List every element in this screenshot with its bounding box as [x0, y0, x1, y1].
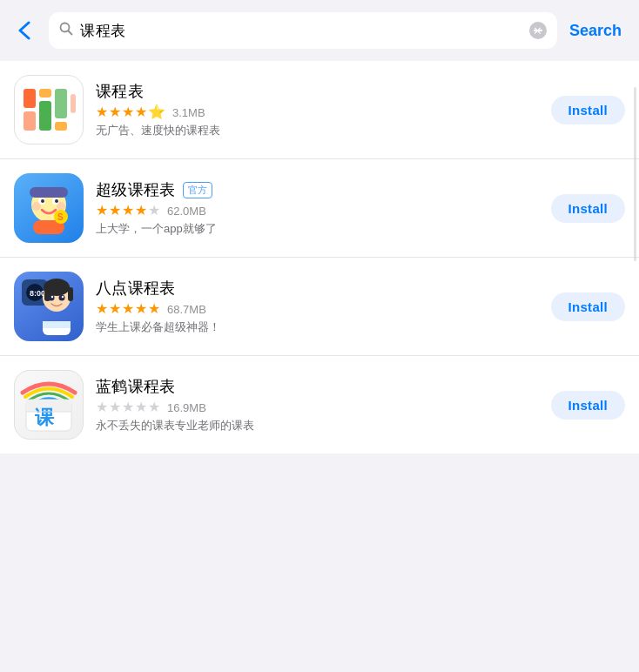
star-1: ★: [96, 302, 108, 316]
svg-point-28: [59, 295, 65, 301]
star-1: ★: [96, 204, 108, 218]
app-info: 八点课程表 ★ ★ ★ ★ ★ 68.7MB 学生上课必备超级神器！: [96, 278, 539, 335]
search-bar: 课程表 ✕: [49, 12, 557, 49]
app-icon: 8:00: [14, 272, 84, 341]
star-1: ★: [96, 400, 108, 414]
star-4: ★: [135, 105, 147, 119]
official-badge: 官方: [183, 182, 212, 198]
star-3: ★: [122, 400, 134, 414]
rating-row: ★ ★ ★ ★ ★ 16.9MB: [96, 400, 539, 414]
app-size: 16.9MB: [167, 401, 206, 414]
app-name-row: 超级课程表 官方: [96, 179, 539, 200]
rating-row: ★ ★ ★ ★ ★ 68.7MB: [96, 302, 539, 316]
search-button[interactable]: Search: [566, 22, 625, 40]
svg-point-14: [32, 202, 41, 211]
scrollbar[interactable]: [634, 87, 636, 261]
app-name: 蓝鹤课程表: [96, 376, 176, 397]
app-name: 超级课程表: [96, 179, 176, 200]
app-name-row: 蓝鹤课程表: [96, 376, 539, 397]
search-icon: [59, 22, 73, 39]
app-name-row: 八点课程表: [96, 278, 539, 299]
star-5: ★: [148, 400, 160, 414]
svg-point-15: [57, 202, 65, 211]
svg-text:课: 课: [35, 407, 55, 428]
list-item: 8:00 八点课程表: [0, 258, 639, 356]
app-description: 上大学，一个app就够了: [96, 221, 539, 237]
svg-rect-5: [39, 101, 51, 131]
app-info: 蓝鹤课程表 ★ ★ ★ ★ ★ 16.9MB 永不丢失的课表专业老师的课表: [96, 376, 539, 433]
stars: ★ ★ ★ ★ ★: [96, 400, 160, 414]
search-query-text[interactable]: 课程表: [80, 21, 522, 41]
svg-rect-4: [39, 89, 51, 97]
app-name: 八点课程表: [96, 278, 176, 299]
star-2: ★: [109, 105, 121, 119]
header: 课程表 ✕ Search: [0, 0, 639, 61]
star-4: ★: [135, 302, 147, 316]
star-3: ★: [122, 302, 134, 316]
app-icon: [14, 75, 84, 144]
svg-point-30: [62, 296, 64, 298]
svg-rect-6: [55, 89, 67, 118]
star-4: ★: [135, 204, 147, 218]
app-description: 学生上课必备超级神器！: [96, 319, 539, 335]
app-info: 课程表 ★ ★ ★ ★ ⭐ 3.1MB 无广告、速度快的课程表: [96, 81, 539, 138]
star-3: ★: [122, 204, 134, 218]
clear-icon: ✕: [533, 25, 542, 37]
stars: ★ ★ ★ ★ ★: [96, 302, 160, 316]
svg-point-12: [41, 199, 44, 203]
app-size: 62.0MB: [167, 205, 206, 218]
svg-rect-16: [30, 187, 68, 198]
svg-point-13: [55, 199, 58, 203]
svg-rect-2: [24, 89, 36, 108]
app-name-row: 课程表: [96, 81, 539, 102]
list-item: 课程表 ★ ★ ★ ★ ⭐ 3.1MB 无广告、速度快的课程表 Install: [0, 61, 639, 159]
star-4: ★: [135, 400, 147, 414]
svg-rect-26: [68, 287, 73, 301]
svg-text:S: S: [57, 212, 64, 222]
svg-rect-7: [55, 122, 67, 131]
svg-point-29: [51, 296, 53, 298]
rating-row: ★ ★ ★ ★ ★ 62.0MB: [96, 204, 539, 218]
star-3: ★: [122, 105, 134, 119]
app-list: 课程表 ★ ★ ★ ★ ⭐ 3.1MB 无广告、速度快的课程表 Install: [0, 61, 639, 454]
install-button[interactable]: Install: [551, 96, 625, 124]
svg-rect-3: [24, 111, 36, 131]
app-description: 永不丢失的课表专业老师的课表: [96, 418, 539, 433]
svg-rect-32: [43, 321, 71, 328]
list-item: 课 蓝鹤课程表 ★ ★ ★ ★ ★ 16.9MB 永不丢失的课表专业老师的课表: [0, 356, 639, 454]
star-2: ★: [109, 400, 121, 414]
star-5: ⭐: [148, 105, 165, 119]
app-icon: 课: [14, 370, 84, 440]
install-button[interactable]: Install: [551, 194, 625, 223]
install-button[interactable]: Install: [551, 391, 625, 420]
app-size: 68.7MB: [167, 303, 206, 316]
back-button[interactable]: [9, 15, 40, 46]
star-5: ★: [148, 204, 160, 218]
svg-point-27: [49, 295, 55, 301]
star-5: ★: [148, 302, 160, 316]
clear-button[interactable]: ✕: [529, 22, 547, 39]
stars: ★ ★ ★ ★ ★: [96, 204, 160, 218]
rating-row: ★ ★ ★ ★ ⭐ 3.1MB: [96, 105, 539, 119]
app-icon: S: [14, 173, 84, 243]
svg-rect-8: [71, 94, 76, 113]
app-size: 3.1MB: [172, 106, 205, 119]
star-1: ★: [96, 105, 108, 119]
star-2: ★: [109, 302, 121, 316]
app-info: 超级课程表 官方 ★ ★ ★ ★ ★ 62.0MB 上大学，一个app就够了: [96, 179, 539, 237]
app-description: 无广告、速度快的课程表: [96, 123, 539, 138]
list-item: S 超级课程表 官方 ★ ★ ★ ★ ★ 62.0MB 上大学，一个app就够了…: [0, 159, 639, 258]
stars: ★ ★ ★ ★ ⭐: [96, 105, 165, 119]
install-button[interactable]: Install: [551, 292, 625, 321]
star-2: ★: [109, 204, 121, 218]
svg-line-1: [69, 31, 72, 35]
app-name: 课程表: [96, 81, 144, 102]
